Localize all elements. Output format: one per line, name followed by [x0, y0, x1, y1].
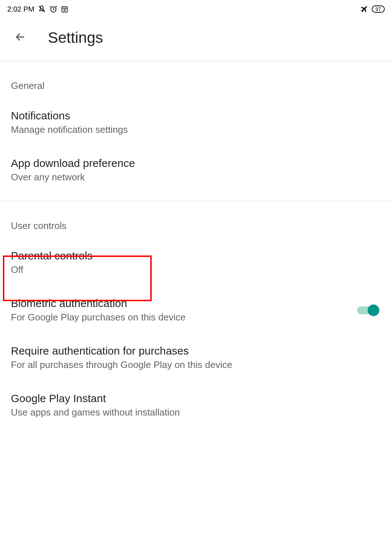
- setting-title: Biometric authentication: [11, 297, 357, 310]
- setting-parental-controls[interactable]: Parental controls Off: [11, 239, 381, 286]
- app-header: Settings: [0, 18, 392, 61]
- setting-subtitle: For Google Play purchases on this device: [11, 312, 357, 323]
- setting-biometric-auth[interactable]: Biometric authentication For Google Play…: [11, 286, 381, 334]
- setting-title: Google Play Instant: [11, 392, 381, 405]
- setting-require-auth[interactable]: Require authentication for purchases For…: [11, 334, 381, 381]
- toggle-thumb: [368, 304, 379, 316]
- page-title: Settings: [48, 29, 103, 46]
- svg-line-3: [56, 6, 57, 7]
- setting-notifications[interactable]: Notifications Manage notification settin…: [11, 99, 381, 146]
- setting-subtitle: Manage notification settings: [11, 124, 381, 135]
- setting-title: Notifications: [11, 110, 381, 122]
- status-time: 2:02 PM: [7, 5, 34, 13]
- airplane-icon: [360, 5, 369, 13]
- setting-subtitle: For all purchases through Google Play on…: [11, 359, 381, 371]
- setting-title: Require authentication for purchases: [11, 345, 381, 357]
- biometric-toggle[interactable]: [357, 306, 377, 314]
- section-header-user-controls: User controls: [11, 201, 381, 239]
- setting-app-download[interactable]: App download preference Over any network: [11, 146, 381, 194]
- back-button[interactable]: [15, 31, 26, 44]
- setting-title: App download preference: [11, 157, 381, 169]
- setting-play-instant[interactable]: Google Play Instant Use apps and games w…: [11, 381, 381, 429]
- svg-line-0: [39, 6, 45, 12]
- section-general: General Notifications Manage notificatio…: [0, 61, 392, 201]
- setting-subtitle: Use apps and games without installation: [11, 407, 381, 418]
- section-header-general: General: [11, 61, 381, 99]
- status-bar: 2:02 PM: [0, 0, 392, 18]
- section-user-controls: User controls Parental controls Off Biom…: [0, 201, 392, 429]
- alarm-icon: [49, 5, 57, 13]
- setting-subtitle: Over any network: [11, 172, 381, 183]
- setting-title: Parental controls: [11, 250, 381, 262]
- mute-icon: [38, 5, 46, 13]
- battery-indicator: 97: [372, 5, 385, 13]
- setting-subtitle: Off: [11, 264, 381, 275]
- svg-line-2: [50, 6, 51, 7]
- calendar-icon: [61, 5, 68, 13]
